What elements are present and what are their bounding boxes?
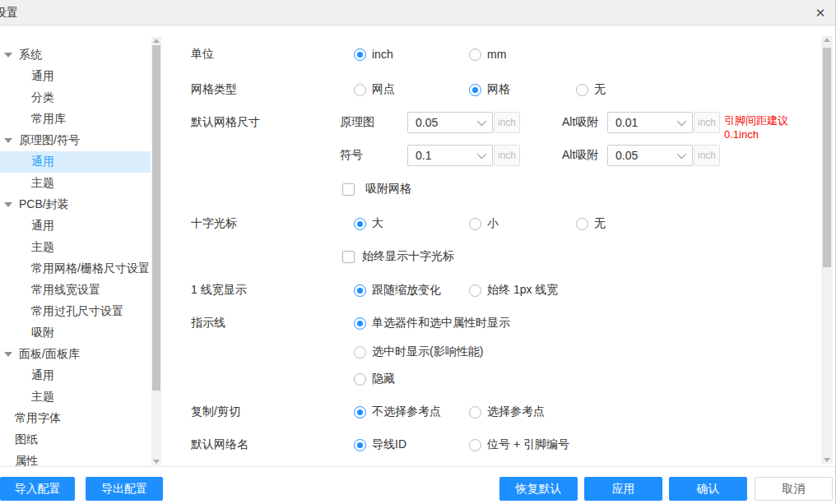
symbol-alt-snap-select[interactable]: 0.05 xyxy=(607,145,693,166)
close-icon[interactable]: ✕ xyxy=(813,5,828,20)
copy-cut-row: 复制/剪切 不选择参考点 选择参考点 xyxy=(162,405,815,419)
export-config-button[interactable]: 导出配置 xyxy=(86,477,163,501)
schematic-alt-snap-label: Alt吸附 xyxy=(562,115,598,130)
main-scrollbar[interactable] xyxy=(821,36,833,464)
sidebar-item-label: 属性 xyxy=(15,454,38,467)
copy-cut-label: 复制/剪切 xyxy=(191,405,240,419)
grid-type-row: 网格类型 网点 网格 无 xyxy=(162,82,815,97)
scroll-up-icon[interactable] xyxy=(824,38,830,42)
grid-type-option-grid[interactable]: 网格 xyxy=(469,82,510,97)
chevron-down-icon xyxy=(677,117,686,126)
chevron-down-icon xyxy=(477,117,486,126)
sidebar-item-pcb-grid-size[interactable]: 常用网格/栅格尺寸设置 xyxy=(0,258,151,280)
scroll-down-icon[interactable] xyxy=(824,458,830,462)
main-scrollbar-thumb[interactable] xyxy=(823,48,831,267)
indicator-option-hidden[interactable]: 隐藏 xyxy=(354,372,395,386)
checkbox-icon xyxy=(342,183,355,196)
sidebar-item-label: 常用网格/栅格尺寸设置 xyxy=(31,261,150,276)
radio-checked-icon xyxy=(354,406,366,418)
indicator-option-single-select[interactable]: 单选器件和选中属性时显示 xyxy=(354,316,510,331)
sidebar-item-schematic-theme[interactable]: 主题 xyxy=(0,173,151,194)
sidebar-item-label: 通用 xyxy=(31,155,54,169)
radio-checked-icon xyxy=(354,439,366,451)
sidebar-item-pcb-line-width[interactable]: 常用线宽设置 xyxy=(0,280,151,301)
sidebar-item-label: 图纸 xyxy=(15,432,38,447)
confirm-button[interactable]: 确认 xyxy=(669,477,747,501)
sidebar-item-schematic-symbol[interactable]: 原理图/符号 xyxy=(0,130,151,151)
grid-type-option-dots[interactable]: 网点 xyxy=(354,82,395,97)
scroll-down-icon[interactable] xyxy=(153,460,160,464)
sidebar-item-pcb-via-size[interactable]: 常用过孔尺寸设置 xyxy=(0,301,151,322)
sidebar-scrollbar[interactable] xyxy=(151,37,161,465)
net-name-label: 默认网络名 xyxy=(191,437,248,452)
restore-defaults-button[interactable]: 恢复默认 xyxy=(499,477,578,501)
crosshair-option-small[interactable]: 小 xyxy=(469,216,499,231)
unit-label: 单位 xyxy=(191,47,214,62)
schematic-alt-snap-select[interactable]: 0.01 xyxy=(607,112,693,133)
caret-down-icon xyxy=(4,53,12,58)
indicator-row-2: 选中时显示(影响性能) xyxy=(162,344,815,359)
sidebar-item-pcb-footprint[interactable]: PCB/封装 xyxy=(0,194,151,215)
unit-row: 单位 inch mm xyxy=(162,47,815,62)
sidebar-item-schematic-general[interactable]: 通用 xyxy=(0,151,151,173)
symbol-grid-unit: inch xyxy=(494,145,520,166)
copy-cut-option-ref[interactable]: 选择参考点 xyxy=(469,405,545,419)
sidebar-item-label: 常用库 xyxy=(31,112,66,127)
radio-checked-icon xyxy=(354,317,366,330)
caret-down-icon xyxy=(4,202,12,207)
apply-button[interactable]: 应用 xyxy=(584,477,662,501)
line-width-label: 1 线宽显示 xyxy=(191,283,247,298)
net-name-option-wire-id[interactable]: 导线ID xyxy=(354,437,406,452)
always-show-crosshair-row: 始终显示十字光标 xyxy=(162,249,815,264)
sidebar-item-pcb-theme[interactable]: 主题 xyxy=(0,237,151,258)
sidebar-item-label: 通用 xyxy=(31,219,54,234)
indicator-label: 指示线 xyxy=(191,316,225,331)
import-config-button[interactable]: 导入配置 xyxy=(0,477,75,501)
sidebar-item-panel[interactable]: 面板/面板库 xyxy=(0,344,151,365)
sidebar-item-panel-general[interactable]: 通用 xyxy=(0,365,151,386)
crosshair-option-none[interactable]: 无 xyxy=(576,216,606,231)
scroll-up-icon[interactable] xyxy=(153,39,160,43)
indicator-row: 指示线 单选器件和选中属性时显示 xyxy=(162,316,815,331)
caret-down-icon xyxy=(4,352,12,357)
caret-down-icon xyxy=(4,138,12,143)
sidebar-item-label: 原理图/符号 xyxy=(19,133,80,148)
schematic-alt-snap-unit: inch xyxy=(694,112,720,133)
sidebar-item-system-category[interactable]: 分类 xyxy=(0,87,151,109)
sidebar-item-label: 面板/面板库 xyxy=(19,347,80,362)
default-grid-label: 默认网格尺寸 xyxy=(191,115,260,130)
sidebar-item-properties[interactable]: 属性 xyxy=(0,451,151,467)
schematic-grid-select[interactable]: 0.05 xyxy=(407,112,493,133)
copy-cut-option-no-ref[interactable]: 不选择参考点 xyxy=(354,405,441,419)
sidebar-item-sheet[interactable]: 图纸 xyxy=(0,429,151,451)
sidebar-item-common-fonts[interactable]: 常用字体 xyxy=(0,408,151,429)
crosshair-option-large[interactable]: 大 xyxy=(354,216,383,231)
chevron-down-icon xyxy=(677,150,686,159)
unit-option-inch[interactable]: inch xyxy=(354,48,393,61)
symbol-grid-select[interactable]: 0.1 xyxy=(407,145,493,166)
sidebar-item-panel-theme[interactable]: 主题 xyxy=(0,386,151,408)
sidebar-item-pcb-general[interactable]: 通用 xyxy=(0,215,151,237)
radio-checked-icon xyxy=(469,84,481,96)
grid-type-option-none[interactable]: 无 xyxy=(576,82,606,97)
indicator-option-on-select[interactable]: 选中时显示(影响性能) xyxy=(354,344,483,359)
cancel-button[interactable]: 取消 xyxy=(755,477,833,501)
settings-tree: 系统 通用 分类 常用库 原理图/符号 通用 主题 PCB/封装 通用 主题 常… xyxy=(0,44,151,467)
sidebar-item-pcb-snap[interactable]: 吸附 xyxy=(0,322,151,344)
dialog-title: 设置 xyxy=(0,6,18,21)
radio-icon xyxy=(469,439,481,451)
snap-grid-checkbox[interactable]: 吸附网格 xyxy=(342,182,411,197)
net-name-option-designator-pin[interactable]: 位号 + 引脚编号 xyxy=(469,437,569,452)
pin-pitch-hint: 引脚间距建议 0.1inch xyxy=(724,113,788,141)
default-grid-symbol-row: 符号 0.1 inch Alt吸附 0.05 inch xyxy=(162,145,815,166)
sidebar-item-system-general[interactable]: 通用 xyxy=(0,66,151,87)
line-width-option-zoom[interactable]: 跟随缩放变化 xyxy=(354,283,441,298)
sidebar-item-label: 吸附 xyxy=(31,326,54,340)
always-show-crosshair-checkbox[interactable]: 始终显示十字光标 xyxy=(342,249,454,264)
unit-option-mm[interactable]: mm xyxy=(469,48,506,61)
sidebar-item-label: 常用字体 xyxy=(15,411,61,426)
line-width-option-1px[interactable]: 始终 1px 线宽 xyxy=(469,283,558,298)
sidebar-item-system-common-lib[interactable]: 常用库 xyxy=(0,109,151,130)
sidebar-item-system[interactable]: 系统 xyxy=(0,44,151,66)
sidebar-scrollbar-thumb[interactable] xyxy=(152,45,160,391)
